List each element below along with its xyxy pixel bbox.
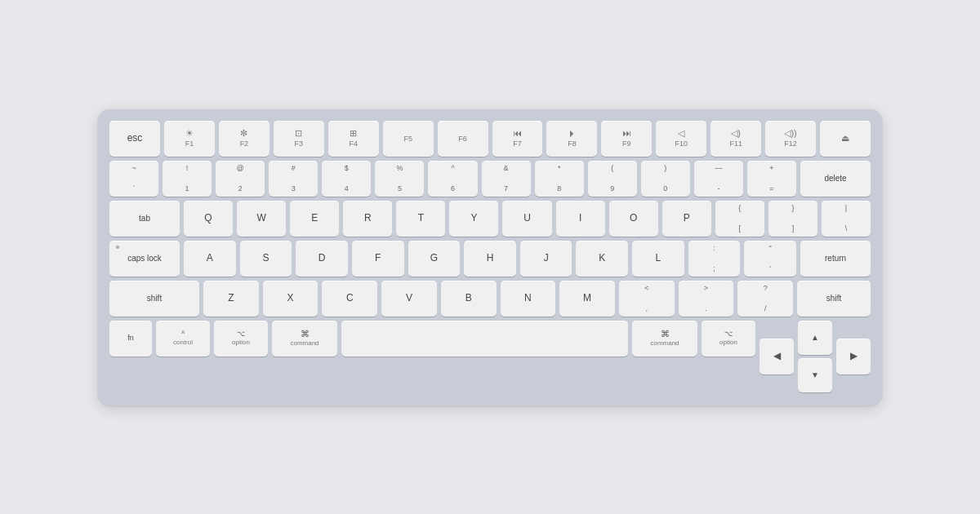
key-b[interactable]: B — [441, 281, 497, 317]
key-h[interactable]: H — [464, 241, 516, 277]
key-rbracket[interactable]: } ] — [768, 201, 817, 237]
key-arrow-left[interactable]: ◀ — [760, 339, 794, 374]
key-n[interactable]: N — [501, 281, 556, 317]
key-5[interactable]: % 5 — [375, 161, 424, 197]
key-z[interactable]: Z — [203, 281, 259, 317]
key-l[interactable]: L — [632, 241, 684, 277]
key-shift-right[interactable]: shift — [797, 281, 871, 317]
key-t[interactable]: T — [396, 201, 445, 237]
key-2[interactable]: @ 2 — [216, 161, 265, 197]
key-f12[interactable]: ◁)) F12 — [765, 121, 816, 157]
key-backslash[interactable]: | \ — [822, 201, 871, 237]
key-v[interactable]: V — [381, 281, 437, 317]
key-fn[interactable]: fn — [109, 321, 152, 357]
key-option-left[interactable]: ⌥ option — [214, 321, 268, 357]
key-tab[interactable]: tab — [109, 201, 180, 237]
key-quote[interactable]: " ' — [744, 241, 796, 277]
key-lbracket[interactable]: { [ — [715, 201, 764, 237]
key-slash[interactable]: ? / — [737, 281, 793, 317]
key-f2[interactable]: ✼ F2 — [219, 121, 270, 157]
key-a[interactable]: A — [184, 241, 236, 277]
key-f11[interactable]: ◁) F11 — [710, 121, 761, 157]
key-shift-left[interactable]: shift — [109, 281, 199, 317]
key-u[interactable]: U — [502, 201, 551, 237]
key-r[interactable]: R — [343, 201, 392, 237]
key-f5[interactable]: F5 — [383, 121, 434, 157]
key-s[interactable]: S — [240, 241, 292, 277]
key-command-left[interactable]: ⌘ command — [272, 321, 337, 357]
key-caps-lock[interactable]: caps lock — [109, 241, 180, 277]
key-3[interactable]: # 3 — [269, 161, 318, 197]
key-f3[interactable]: ⊡ F3 — [274, 121, 324, 157]
key-delete[interactable]: delete — [800, 161, 871, 197]
key-4[interactable]: $ 4 — [322, 161, 371, 197]
key-space[interactable] — [341, 321, 628, 357]
key-comma[interactable]: < , — [619, 281, 675, 317]
key-option-right[interactable]: ⌥ option — [702, 321, 755, 357]
key-p[interactable]: P — [662, 201, 711, 237]
key-0[interactable]: ) 0 — [641, 161, 690, 197]
key-f9[interactable]: ⏭ F9 — [601, 121, 652, 157]
asdf-row: caps lock A S D F G H J K L : ; " ' retu… — [109, 241, 871, 277]
key-backtick[interactable]: ~ ` — [109, 161, 158, 197]
key-g[interactable]: G — [408, 241, 461, 277]
key-equals[interactable]: + = — [747, 161, 796, 197]
key-k[interactable]: K — [576, 241, 628, 277]
key-j[interactable]: J — [520, 241, 572, 277]
key-1[interactable]: ! 1 — [163, 161, 212, 197]
key-9[interactable]: ( 9 — [588, 161, 637, 197]
key-semicolon[interactable]: : ; — [688, 241, 741, 277]
key-arrow-right[interactable]: ▶ — [836, 339, 871, 374]
function-row: esc ☀ F1 ✼ F2 ⊡ F3 ⊞ F4 F5 F6 ⏮ F7 ⏵ — [109, 121, 871, 157]
key-f[interactable]: F — [352, 241, 404, 277]
key-7[interactable]: & 7 — [482, 161, 531, 197]
key-i[interactable]: I — [556, 201, 605, 237]
zxcv-row: shift Z X C V B N M < , > . ? / shift — [109, 281, 871, 317]
key-return[interactable]: return — [800, 241, 871, 277]
key-command-right[interactable]: ⌘ command — [632, 321, 697, 357]
key-f8[interactable]: ⏵ F8 — [546, 121, 597, 157]
key-e[interactable]: E — [290, 201, 339, 237]
key-f7[interactable]: ⏮ F7 — [492, 121, 543, 157]
key-6[interactable]: ^ 6 — [428, 161, 477, 197]
key-8[interactable]: * 8 — [535, 161, 584, 197]
keyboard: esc ☀ F1 ✼ F2 ⊡ F3 ⊞ F4 F5 F6 ⏮ F7 ⏵ — [98, 109, 882, 405]
key-f4[interactable]: ⊞ F4 — [328, 121, 379, 157]
key-control[interactable]: ^ control — [156, 321, 210, 357]
key-d[interactable]: D — [296, 241, 348, 277]
key-c[interactable]: C — [322, 281, 377, 317]
key-arrow-up[interactable]: ▲ — [798, 321, 832, 355]
key-minus[interactable]: — - — [694, 161, 743, 197]
key-q[interactable]: Q — [184, 201, 233, 237]
key-f10[interactable]: ◁ F10 — [656, 121, 706, 157]
key-y[interactable]: Y — [449, 201, 498, 237]
qwerty-row: tab Q W E R T Y U I O P { [ } ] | \ — [109, 201, 871, 237]
key-f1[interactable]: ☀ F1 — [164, 121, 215, 157]
key-period[interactable]: > . — [679, 281, 734, 317]
key-w[interactable]: W — [237, 201, 286, 237]
number-row: ~ ` ! 1 @ 2 # 3 $ 4 % 5 ^ 6 & 7 — [109, 161, 871, 197]
key-m[interactable]: M — [559, 281, 615, 317]
key-arrow-down[interactable]: ▼ — [798, 358, 832, 392]
key-f6[interactable]: F6 — [438, 121, 488, 157]
key-o[interactable]: O — [609, 201, 658, 237]
bottom-row: fn ^ control ⌥ option ⌘ command ⌘ comman… — [109, 321, 871, 392]
key-eject[interactable]: ⏏ — [820, 121, 871, 157]
key-esc[interactable]: esc — [109, 121, 160, 157]
key-x[interactable]: X — [263, 281, 318, 317]
